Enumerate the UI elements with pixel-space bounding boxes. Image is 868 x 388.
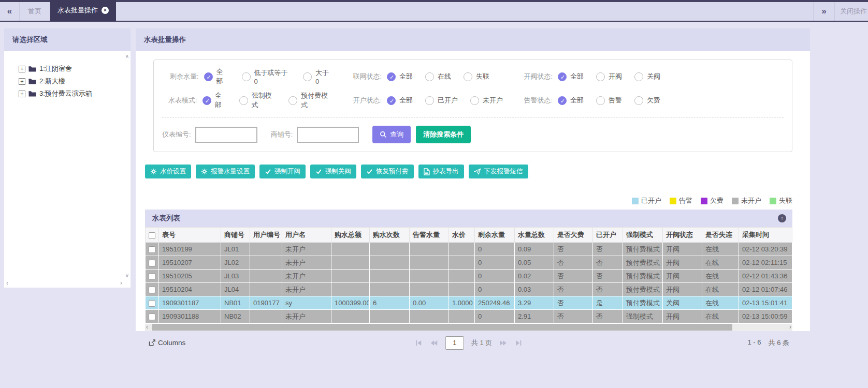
tab-meter-batch-active[interactable]: 水表批量操作 × — [50, 0, 116, 21]
col-header[interactable]: 商铺号 — [221, 228, 250, 243]
tab-close-icon[interactable]: × — [102, 7, 109, 14]
shop-no-input[interactable] — [297, 127, 359, 143]
tree-scroll-right-icon[interactable]: › — [120, 279, 122, 287]
col-header[interactable]: 告警水量 — [410, 228, 449, 243]
cell: 开阀 — [663, 270, 702, 283]
col-header[interactable]: 已开户 — [593, 228, 623, 243]
col-header[interactable]: 水量总数 — [515, 228, 554, 243]
radio-option[interactable]: 已开户 — [425, 96, 458, 105]
clear-search-button[interactable]: 清除搜索条件 — [416, 126, 471, 143]
table-row-selected-account[interactable]: 1909301187 NB01 0190177 sy 1000399.00 6 … — [146, 296, 792, 310]
radio-option[interactable]: 全部 — [202, 91, 227, 110]
row-checkbox[interactable] — [149, 260, 155, 266]
cell: 0 — [475, 310, 515, 323]
page-number-input[interactable] — [445, 336, 464, 350]
select-all-checkbox[interactable] — [149, 232, 155, 239]
tab-home[interactable]: 首页 — [20, 2, 50, 21]
radio-option[interactable]: 欠费 — [634, 96, 660, 105]
col-header[interactable]: 购水次数 — [370, 228, 410, 243]
radio-option[interactable]: 开阀 — [596, 72, 622, 81]
tree-scroll-left-icon[interactable]: ‹ — [6, 279, 8, 287]
water-price-setting-button[interactable]: 水价设置 — [145, 165, 191, 178]
tree-node-yufufei[interactable]: + 3:预付费云演示箱 — [4, 87, 131, 100]
col-header[interactable]: 采集时间 — [739, 228, 792, 243]
row-checkbox[interactable] — [149, 273, 155, 280]
tree-node-xindalou[interactable]: + 2:新大楼 — [4, 75, 131, 87]
tabs-scroll-right-button[interactable]: » — [813, 2, 835, 21]
radio-option[interactable]: 未开户 — [470, 96, 503, 105]
radio-option[interactable]: 关阀 — [634, 72, 660, 81]
folder-icon — [28, 91, 36, 97]
force-close-valve-button[interactable]: 强制关阀 — [310, 165, 356, 178]
col-header[interactable]: 剩余水量 — [475, 228, 515, 243]
cell — [370, 243, 410, 256]
col-header[interactable]: 购水总额 — [331, 228, 370, 243]
cell: 否 — [593, 310, 623, 323]
radio-option[interactable]: 强制模式 — [239, 91, 277, 110]
expand-plus-icon[interactable]: + — [19, 78, 25, 85]
force-open-valve-button[interactable]: 强制开阀 — [259, 165, 306, 178]
tree-scroll-down-icon[interactable]: ∨ — [125, 273, 129, 278]
radio-option[interactable]: 低于或等于0 — [242, 68, 291, 85]
search-button[interactable]: 查询 — [372, 126, 411, 143]
table-horizontal-scrollbar[interactable]: ‹ › — [145, 324, 792, 331]
col-header[interactable]: 用户编号 — [250, 228, 282, 243]
table-row[interactable]: 19510207 JL02 未开户 0 0.05 否 否 预付费模式 开阀 — [146, 256, 792, 270]
meter-no-input[interactable] — [195, 127, 257, 143]
cell: 未开户 — [282, 310, 331, 323]
radio-option[interactable]: 预付费模式 — [288, 91, 332, 110]
col-header[interactable]: 是否失连 — [702, 228, 739, 243]
back-to-top-icon[interactable]: ↑ — [778, 214, 786, 222]
hscroll-thumb[interactable] — [152, 324, 732, 331]
legend-offline: 失联 — [770, 196, 792, 205]
close-operations-menu[interactable]: 关闭操作 — [835, 2, 868, 21]
search-button-label: 查询 — [390, 130, 403, 139]
alarm-water-setting-button[interactable]: 报警水量设置 — [196, 165, 255, 178]
col-header[interactable]: 水价 — [449, 228, 475, 243]
col-header[interactable]: 表号 — [159, 228, 221, 243]
radio-option[interactable]: 告警 — [596, 96, 622, 105]
tree-scroll-up-icon[interactable]: ∧ — [125, 53, 129, 59]
radio-option[interactable]: 在线 — [425, 72, 451, 81]
meter-reading-export-button[interactable]: 抄表导出 — [418, 165, 464, 178]
col-header[interactable]: 是否欠费 — [554, 228, 593, 243]
radio-label: 未开户 — [483, 96, 503, 105]
hscroll-left-icon[interactable]: ‹ — [146, 323, 148, 331]
hscroll-right-icon[interactable]: › — [789, 323, 791, 331]
send-icon — [474, 168, 481, 175]
expand-plus-icon[interactable]: + — [19, 66, 25, 72]
last-page-button[interactable] — [515, 339, 523, 347]
radio-option[interactable]: 全部 — [558, 72, 584, 81]
radio-option[interactable]: 失联 — [464, 72, 489, 81]
send-alarm-sms-button[interactable]: 下发报警短信 — [469, 165, 528, 178]
columns-button[interactable]: Columns — [148, 339, 185, 347]
tabs-scroll-left-button[interactable]: « — [0, 2, 20, 21]
row-checkbox[interactable] — [149, 246, 155, 253]
prev-page-button[interactable] — [430, 339, 438, 347]
tree-node-jiangyin[interactable]: + 1:江阴宿舍 — [4, 63, 131, 75]
expand-plus-icon[interactable]: + — [19, 91, 25, 97]
radio-label: 预付费模式 — [301, 91, 332, 110]
row-checkbox[interactable] — [149, 300, 155, 307]
table-row[interactable]: 19510204 JL04 未开户 0 0.03 否 否 预付费模式 开阀 — [146, 283, 792, 296]
row-checkbox[interactable] — [149, 314, 155, 320]
table-row[interactable]: 19510205 JL03 未开户 0 0.02 否 否 预付费模式 开阀 — [146, 270, 792, 283]
action-label: 抄表导出 — [433, 167, 459, 176]
row-checkbox[interactable] — [149, 287, 155, 293]
radio-option[interactable]: 全部 — [387, 72, 413, 81]
radio-option[interactable]: 全部 — [387, 96, 413, 105]
radio-option[interactable]: 全部 — [558, 96, 584, 105]
first-page-button[interactable] — [415, 339, 423, 347]
next-page-button[interactable] — [499, 339, 508, 347]
restore-prepaid-button[interactable]: 恢复预付费 — [361, 165, 414, 178]
table-row[interactable]: 19510199 JL01 未开户 0 0.09 否 否 预付费模式 开阀 — [146, 243, 792, 256]
col-header[interactable]: 用户名 — [282, 228, 331, 243]
col-header[interactable]: 开阀状态 — [663, 228, 702, 243]
table-row[interactable]: 1909301188 NB02 未开户 0 2.91 否 否 强制模式 开阀 — [146, 310, 792, 323]
col-header[interactable]: 强制模式 — [623, 228, 663, 243]
radio-option[interactable]: 全部 — [204, 67, 229, 86]
radio-option[interactable]: 大于0 — [303, 68, 332, 85]
legend-label: 已开户 — [641, 196, 661, 205]
meter-table: 表号 商铺号 用户编号 用户名 购水总额 购水次数 告警水量 水价 剩余水量 水… — [145, 227, 792, 323]
file-export-icon — [424, 168, 430, 175]
